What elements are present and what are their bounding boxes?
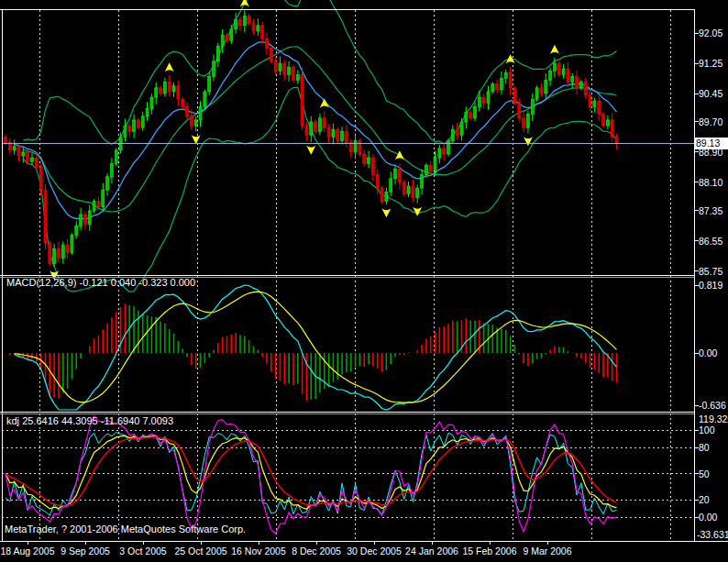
- kdj-name: kdj: [6, 415, 19, 426]
- time-axis-label: 18 Aug 2005: [1, 545, 55, 556]
- fractal-down-arrow-icon: [524, 137, 533, 146]
- fractal-down-arrow-icon: [413, 207, 422, 216]
- time-axis-label: 25 Oct 2005: [174, 545, 226, 556]
- price-tick-label: 88.90: [699, 147, 722, 158]
- fractal-down-arrow-icon: [381, 208, 391, 217]
- kdj-max-label: 119.322: [699, 413, 728, 424]
- macd-indicator-label: MACD(12,26,9) -0.121 0.040 -0.323 0.000: [6, 277, 195, 288]
- fractal-up-arrow-icon: [165, 62, 174, 72]
- kdj-min-label: -33.6312: [697, 529, 728, 540]
- fractal-up-arrow-icon: [395, 150, 404, 160]
- macd-panel: [6, 285, 617, 410]
- kdj-tick-label: 20: [699, 494, 710, 505]
- macd-tick-label: 0.819: [699, 280, 722, 291]
- fractal-up-arrow-icon: [320, 98, 329, 107]
- time-axis-label: 9 Sep 2005: [61, 545, 110, 556]
- fractal-down-arrow-icon: [306, 146, 315, 155]
- kdj-tick-label: 100: [699, 424, 715, 435]
- kdj-tick-label: 80: [699, 442, 710, 453]
- kdj-tick-label: 50: [699, 468, 710, 479]
- time-axis-label: 3 Oct 2005: [119, 545, 166, 556]
- time-axis-label: 30 Dec 2005: [347, 545, 402, 556]
- kdj-values: 25.6416 44.3095 -11.6940 7.0093: [22, 415, 173, 426]
- macd-values: -0.121 0.040 -0.323 0.000: [79, 277, 195, 288]
- price-tick-label: 89.70: [699, 116, 722, 127]
- time-axis-label: 24 Jan 2006: [405, 545, 458, 556]
- kdj-tick-label: 0.00: [699, 512, 717, 523]
- time-axis-label: 16 Nov 2005: [231, 545, 286, 556]
- time-axis-label: 15 Feb 2006: [463, 545, 517, 556]
- price-tick-label: 88.10: [699, 177, 722, 188]
- macd-tick-label: -0.636: [699, 400, 726, 411]
- fractal-arrow-signals: [50, 0, 559, 280]
- price-tick-label: 91.25: [699, 58, 722, 69]
- kdj-indicator-label: kdj 25.6416 44.3095 -11.6940 7.0093: [6, 415, 173, 426]
- time-axis-label: 8 Dec 2005: [292, 545, 341, 556]
- time-axis-label: 9 Mar 2006: [523, 545, 571, 556]
- price-tick-label: 87.35: [699, 205, 722, 216]
- price-tick-label: 92.05: [699, 28, 722, 39]
- fractal-up-arrow-icon: [550, 45, 559, 54]
- price-tick-label: 85.75: [699, 266, 722, 277]
- bollinger-bands: [23, 0, 616, 292]
- copyright-text: MetaTrader, ? 2001-2006 MetaQuotes Softw…: [5, 523, 246, 534]
- macd-name: MACD(12,26,9): [6, 277, 76, 288]
- price-tick-label: 86.55: [699, 236, 722, 247]
- price-tick-label: 90.45: [699, 88, 722, 99]
- fractal-up-arrow-icon: [240, 0, 249, 6]
- fractal-down-arrow-icon: [192, 135, 201, 144]
- metatrader-chart-window: MACD(12,26,9) -0.121 0.040 -0.323 0.000 …: [0, 0, 728, 562]
- kdj-panel: [6, 416, 617, 534]
- macd-tick-label: 0.00: [699, 347, 717, 358]
